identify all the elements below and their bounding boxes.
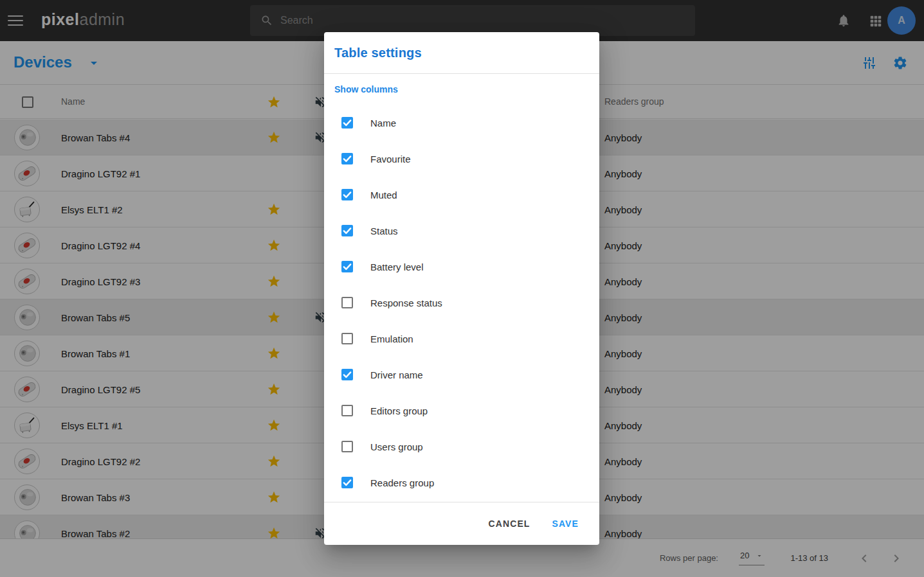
column-toggle-item[interactable]: Driver name	[334, 357, 589, 393]
check-icon	[341, 225, 353, 236]
column-checkbox[interactable]	[341, 225, 353, 236]
column-toggle-item[interactable]: Battery level	[334, 249, 589, 285]
column-toggle-item[interactable]: Name	[334, 105, 589, 141]
column-toggle-item[interactable]: Status	[334, 213, 589, 249]
dialog-body: Show columns Name Favourite Muted Status…	[324, 74, 599, 502]
check-icon	[341, 477, 353, 488]
column-label: Favourite	[370, 154, 411, 164]
column-checkbox[interactable]	[341, 297, 353, 308]
column-toggle-item[interactable]: Emulation	[334, 321, 589, 357]
save-button[interactable]: SAVE	[550, 513, 582, 534]
column-checkbox[interactable]	[341, 261, 353, 272]
check-icon	[341, 261, 353, 272]
column-checkbox[interactable]	[341, 369, 353, 380]
check-icon	[341, 117, 353, 129]
table-settings-dialog: Table settings Show columns Name Favouri…	[324, 32, 599, 545]
column-label: Name	[370, 118, 396, 129]
column-checkbox[interactable]	[341, 153, 353, 164]
column-checkbox[interactable]	[341, 477, 353, 488]
dialog-footer: CANCEL SAVE	[324, 502, 599, 545]
cancel-button[interactable]: CANCEL	[486, 513, 533, 534]
column-label: Users group	[370, 441, 423, 452]
column-toggle-item[interactable]: Muted	[334, 177, 589, 213]
column-label: Response status	[370, 297, 442, 308]
column-toggle-item[interactable]: Editors group	[334, 393, 589, 429]
dialog-title: Table settings	[334, 46, 422, 60]
column-label: Emulation	[370, 333, 413, 344]
column-toggle-item[interactable]: Response status	[334, 285, 589, 321]
column-label: Status	[370, 226, 398, 236]
column-label: Editors group	[370, 405, 428, 416]
dialog-header: Table settings	[324, 32, 599, 74]
check-icon	[341, 369, 353, 380]
column-toggle-item[interactable]: Users group	[334, 429, 589, 465]
column-checkbox[interactable]	[341, 333, 353, 344]
show-columns-label: Show columns	[334, 84, 589, 94]
column-checkbox[interactable]	[341, 117, 353, 129]
column-checkbox[interactable]	[341, 441, 353, 452]
column-label: Battery level	[370, 262, 424, 272]
column-label: Readers group	[370, 477, 434, 488]
column-checkbox[interactable]	[341, 189, 353, 200]
column-toggle-item[interactable]: Readers group	[334, 465, 589, 501]
column-label: Driver name	[370, 369, 423, 380]
column-label: Muted	[370, 190, 397, 200]
check-icon	[341, 153, 353, 164]
check-icon	[341, 189, 353, 200]
column-checkbox[interactable]	[341, 405, 353, 416]
column-toggle-item[interactable]: Favourite	[334, 141, 589, 177]
column-checkbox-list: Name Favourite Muted Status Battery leve…	[334, 105, 589, 501]
